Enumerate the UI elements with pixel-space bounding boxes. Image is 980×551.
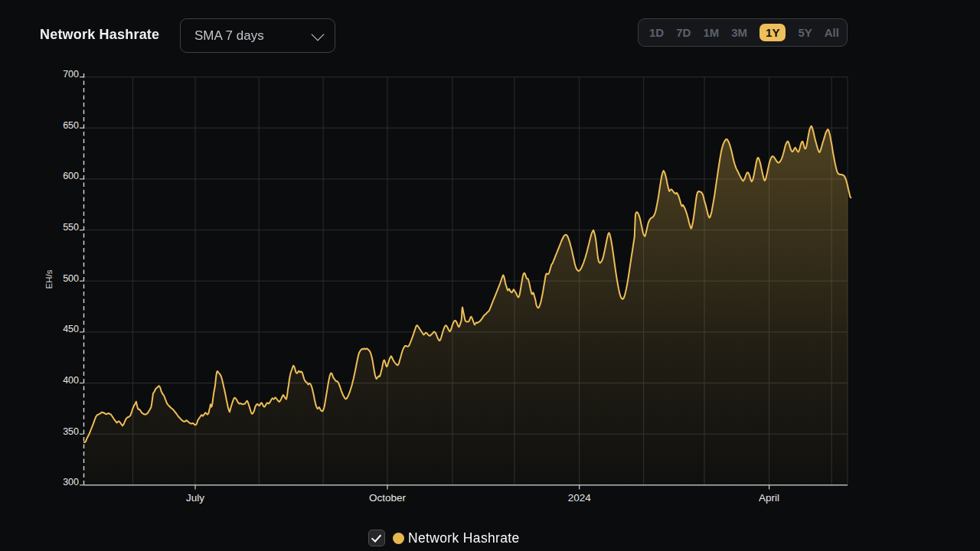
svg-text:EH/s: EH/s bbox=[44, 269, 54, 289]
svg-text:450: 450 bbox=[63, 324, 79, 334]
svg-text:400: 400 bbox=[63, 375, 79, 386]
svg-text:550: 550 bbox=[63, 222, 79, 233]
svg-text:350: 350 bbox=[63, 426, 79, 437]
svg-text:650: 650 bbox=[63, 120, 79, 131]
svg-text:700: 700 bbox=[63, 69, 79, 80]
svg-text:April: April bbox=[759, 492, 779, 504]
svg-text:July: July bbox=[186, 492, 204, 504]
svg-text:600: 600 bbox=[63, 171, 79, 181]
svg-text:300: 300 bbox=[63, 477, 79, 487]
svg-text:500: 500 bbox=[63, 273, 79, 284]
svg-text:October: October bbox=[369, 492, 407, 504]
svg-text:2024: 2024 bbox=[568, 492, 592, 504]
